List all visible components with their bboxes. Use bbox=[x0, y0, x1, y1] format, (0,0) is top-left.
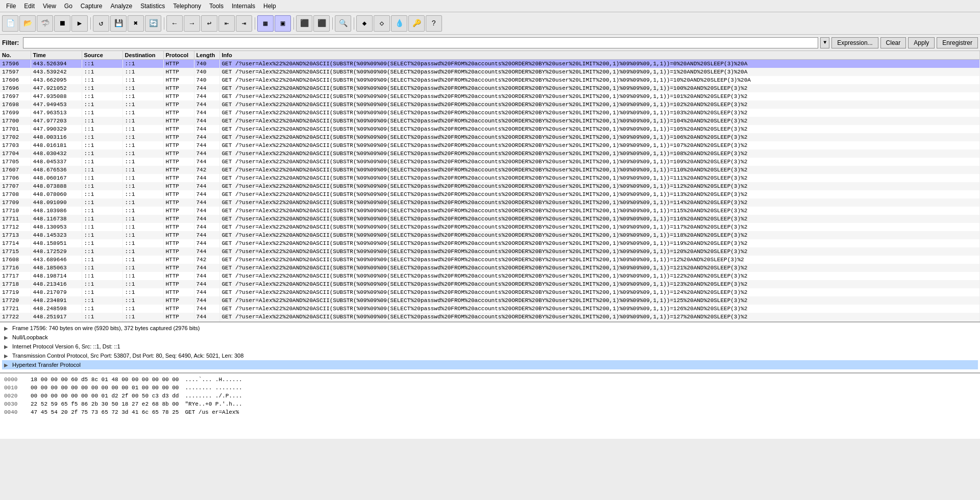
table-row[interactable]: 17700447.977203::1::1HTTP744GET /?user=A… bbox=[0, 117, 980, 125]
cell-no: 17713 bbox=[0, 231, 31, 239]
menubar: FileEditViewGoCaptureAnalyzeStatisticsTe… bbox=[0, 0, 980, 12]
stop-capture-btn[interactable]: ⏹ bbox=[54, 15, 70, 32]
table-row[interactable]: 17699447.963513::1::1HTTP744GET /?user=A… bbox=[0, 109, 980, 117]
cell-src: ::1 bbox=[82, 60, 122, 68]
cell-dst: ::1 bbox=[122, 207, 163, 215]
help-btn[interactable]: ? bbox=[426, 15, 442, 32]
cell-len: 744 bbox=[194, 313, 219, 321]
restart-btn[interactable]: ↺ bbox=[93, 15, 109, 32]
table-row[interactable]: 17704448.030432::1::1HTTP744GET /?user=A… bbox=[0, 149, 980, 158]
filter-input[interactable] bbox=[23, 37, 818, 48]
table-row[interactable]: 17597443.539242::1::1HTTP740GET /?user=A… bbox=[0, 68, 980, 76]
menu-item-statistics[interactable]: Statistics bbox=[136, 2, 169, 11]
table-row[interactable]: 17721448.248598::1::1HTTP744GET /?user=A… bbox=[0, 305, 980, 313]
col-header-source[interactable]: Source bbox=[82, 51, 122, 60]
color1-btn[interactable]: ◆ bbox=[356, 15, 373, 32]
colorize-btn[interactable]: ⬛ bbox=[296, 15, 312, 32]
detail-row-frame[interactable]: ▶Frame 17596: 740 bytes on wire (5920 bi… bbox=[2, 323, 978, 333]
filter-dropdown[interactable]: ▼ bbox=[820, 37, 829, 48]
table-row[interactable]: 17709448.091090::1::1HTTP744GET /?user=A… bbox=[0, 198, 980, 207]
table-row[interactable]: 17714448.158951::1::1HTTP744GET /?user=A… bbox=[0, 239, 980, 247]
cell-len: 744 bbox=[194, 305, 219, 313]
col-header-protocol[interactable]: Protocol bbox=[163, 51, 194, 60]
color3-btn[interactable]: 💧 bbox=[391, 15, 407, 32]
packet-detail-btn[interactable]: ▣ bbox=[275, 15, 291, 32]
col-header-length[interactable]: Length bbox=[194, 51, 219, 60]
menu-item-analyze[interactable]: Analyze bbox=[107, 2, 137, 11]
color2-btn[interactable]: ◇ bbox=[374, 15, 390, 32]
close-btn[interactable]: ✖ bbox=[128, 15, 144, 32]
last-btn[interactable]: ⇥ bbox=[236, 15, 252, 32]
menu-item-edit[interactable]: Edit bbox=[20, 2, 39, 11]
table-row[interactable]: 17696447.921052::1::1HTTP744GET /?user=A… bbox=[0, 84, 980, 92]
table-row[interactable]: 17718448.213416::1::1HTTP744GET /?user=A… bbox=[0, 280, 980, 288]
table-row[interactable]: 17703448.016181::1::1HTTP744GET /?user=A… bbox=[0, 141, 980, 149]
table-row[interactable]: 17715448.172529::1::1HTTP744GET /?user=A… bbox=[0, 247, 980, 256]
first-btn[interactable]: ⇤ bbox=[218, 15, 235, 32]
table-row[interactable]: 17708448.078060::1::1HTTP744GET /?user=A… bbox=[0, 190, 980, 198]
zoom-in-btn[interactable]: 🔍 bbox=[335, 15, 351, 32]
table-row[interactable]: 17698447.949453::1::1HTTP744GET /?user=A… bbox=[0, 101, 980, 109]
goto-btn[interactable]: ↩ bbox=[201, 15, 217, 32]
reload-btn[interactable]: 🔄 bbox=[145, 15, 161, 32]
table-row[interactable]: 17710448.103986::1::1HTTP744GET /?user=A… bbox=[0, 207, 980, 215]
menu-item-go[interactable]: Go bbox=[60, 2, 77, 11]
start-capture-btn[interactable]: ▶ bbox=[71, 15, 88, 32]
menu-item-view[interactable]: View bbox=[39, 2, 60, 11]
table-row[interactable]: 17722448.251917::1::1HTTP744GET /?user=A… bbox=[0, 313, 980, 321]
open-file-btn[interactable]: 📂 bbox=[19, 15, 36, 32]
cell-len: 744 bbox=[194, 223, 219, 231]
sep5 bbox=[331, 15, 334, 32]
col-header-destination[interactable]: Destination bbox=[122, 51, 163, 60]
menu-item-capture[interactable]: Capture bbox=[77, 2, 107, 11]
wireshark-logo-btn[interactable]: 🦈 bbox=[37, 15, 53, 32]
cell-no: 17714 bbox=[0, 239, 31, 247]
table-row[interactable]: 17707448.073888::1::1HTTP744GET /?user=A… bbox=[0, 182, 980, 190]
expression-button[interactable]: Expression... bbox=[831, 37, 878, 48]
table-row[interactable]: 17711448.116738::1::1HTTP744GET /?user=A… bbox=[0, 215, 980, 223]
table-row[interactable]: 17702448.003116::1::1HTTP744GET /?user=A… bbox=[0, 133, 980, 141]
table-row[interactable]: 17713448.145323::1::1HTTP744GET /?user=A… bbox=[0, 231, 980, 239]
new-file-btn[interactable]: 📄 bbox=[2, 15, 18, 32]
clear-button[interactable]: Clear bbox=[880, 37, 906, 48]
table-row[interactable]: 17697447.935088::1::1HTTP744GET /?user=A… bbox=[0, 92, 980, 101]
cell-time: 448.251917 bbox=[31, 313, 82, 321]
menu-item-help[interactable]: Help bbox=[259, 2, 280, 11]
cell-dst: ::1 bbox=[122, 68, 163, 76]
packet-list-btn[interactable]: ▦ bbox=[257, 15, 274, 32]
save-btn[interactable]: 💾 bbox=[110, 15, 127, 32]
forward-btn[interactable]: → bbox=[184, 15, 200, 32]
bytes-btn[interactable]: ⬛ bbox=[313, 15, 330, 32]
menu-item-file[interactable]: File bbox=[2, 2, 20, 11]
table-row[interactable]: 17717448.198714::1::1HTTP744GET /?user=A… bbox=[0, 272, 980, 280]
table-row[interactable]: 17607448.676536::1::1HTTP742GET /?user=A… bbox=[0, 166, 980, 174]
color4-btn[interactable]: 🔑 bbox=[408, 15, 425, 32]
detail-row-http[interactable]: ▶Hypertext Transfer Protocol bbox=[2, 360, 978, 369]
menu-item-tools[interactable]: Tools bbox=[205, 2, 228, 11]
table-row[interactable]: 17712448.130953::1::1HTTP744GET /?user=A… bbox=[0, 223, 980, 231]
cell-time: 448.213416 bbox=[31, 280, 82, 288]
back-btn[interactable]: ← bbox=[166, 15, 183, 32]
col-header-no[interactable]: No. bbox=[0, 51, 31, 60]
menu-item-internals[interactable]: Internals bbox=[228, 2, 259, 11]
detail-row-ipv6[interactable]: ▶Internet Protocol Version 6, Src: ::1, … bbox=[2, 342, 978, 351]
cell-dst: ::1 bbox=[122, 182, 163, 190]
detail-row-null-loopback[interactable]: ▶Null/Loopback bbox=[2, 333, 978, 342]
table-row[interactable]: 17606443.662095::1::1HTTP740GET /?user=A… bbox=[0, 76, 980, 84]
col-header-info[interactable]: Info bbox=[219, 51, 980, 60]
detail-row-tcp[interactable]: ▶Transmission Control Protocol, Src Port… bbox=[2, 351, 978, 360]
save-button[interactable]: Enregistrer bbox=[937, 37, 978, 48]
table-row[interactable]: 17608443.689646::1::1HTTP742GET /?user=A… bbox=[0, 256, 980, 264]
menu-item-telephony[interactable]: Telephony bbox=[169, 2, 205, 11]
table-row[interactable]: 17705448.045337::1::1HTTP744GET /?user=A… bbox=[0, 158, 980, 166]
hex-row: 003022 52 59 65 f5 86 2b 30 50 18 27 e2 … bbox=[4, 400, 976, 408]
table-row[interactable]: 17706448.060167::1::1HTTP744GET /?user=A… bbox=[0, 174, 980, 182]
table-row[interactable]: 17701447.990329::1::1HTTP744GET /?user=A… bbox=[0, 125, 980, 133]
apply-button[interactable]: Apply bbox=[908, 37, 935, 48]
col-header-time[interactable]: Time bbox=[31, 51, 82, 60]
table-row[interactable]: 17716448.185063::1::1HTTP744GET /?user=A… bbox=[0, 264, 980, 272]
table-row[interactable]: 17720448.234891::1::1HTTP744GET /?user=A… bbox=[0, 296, 980, 305]
cell-len: 744 bbox=[194, 280, 219, 288]
table-row[interactable]: 17596443.526394::1::1HTTP740GET /?user=A… bbox=[0, 60, 980, 68]
table-row[interactable]: 17719448.217079::1::1HTTP744GET /?user=A… bbox=[0, 288, 980, 296]
